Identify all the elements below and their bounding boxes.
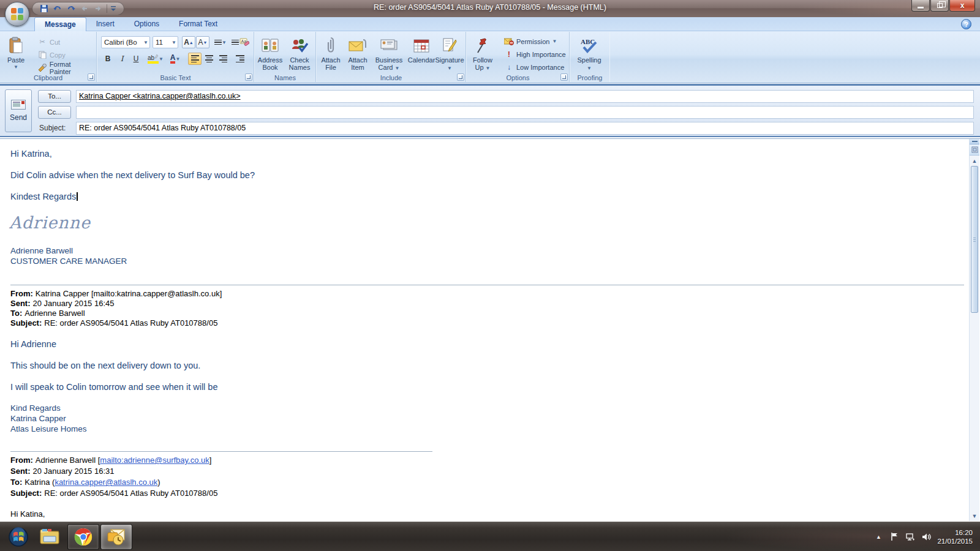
taskbar-explorer-button[interactable] [34, 524, 66, 550]
font-color-icon: A [170, 54, 176, 64]
office-button[interactable] [5, 2, 29, 26]
cc-button[interactable]: Cc... [38, 106, 71, 119]
quote2-header: From:Adrienne Barwell [mailto:adrienne@s… [10, 455, 969, 499]
address-book-button[interactable]: Address Book [256, 34, 284, 72]
include-dialog-launcher[interactable] [457, 73, 464, 81]
paste-button[interactable]: Paste ▼ [2, 34, 29, 72]
shrink-font-button[interactable]: A▼ [196, 36, 209, 48]
format-painter-button[interactable]: Format Painter [34, 61, 96, 74]
to-email-link[interactable]: katrina.capper@atlaslh.co.uk [55, 478, 157, 487]
scroll-up-button[interactable]: ▲ [970, 156, 979, 166]
undo-button[interactable] [51, 3, 64, 14]
vertical-scrollbar[interactable]: ▲ ▼ [969, 139, 979, 521]
to-field[interactable]: Katrina Capper <katrina.capper@atlaslh.c… [76, 90, 974, 103]
quote1-header: From:Katrina Capper [mailto:katrina.capp… [10, 289, 969, 328]
start-button[interactable] [4, 524, 33, 550]
to-button[interactable]: To... [38, 90, 71, 103]
minimize-button[interactable] [911, 0, 930, 12]
options-dialog-launcher[interactable] [560, 73, 568, 81]
body-greeting: Hi Katrina, [10, 149, 969, 159]
business-card-button[interactable]: Business Card ▼ [372, 34, 406, 73]
align-right-button[interactable] [216, 53, 230, 65]
attach-item-icon [349, 36, 367, 54]
action-center-flag-icon[interactable] [889, 532, 899, 541]
office-logo-icon [11, 8, 23, 20]
clipboard-dialog-launcher[interactable] [88, 73, 95, 81]
to-recipient[interactable]: Katrina Capper <katrina.capper@atlaslh.c… [79, 92, 241, 100]
clear-formatting-button[interactable]: Aa [238, 36, 251, 48]
close-button[interactable]: x [949, 0, 975, 12]
redo-button[interactable] [64, 3, 78, 14]
subject-field[interactable]: RE: order AS9054/5041 Atlas Ruby AT01078… [76, 122, 974, 135]
ruler-toggle-button[interactable] [970, 144, 979, 156]
next-item-button[interactable] [91, 3, 105, 14]
decrease-indent-button[interactable] [233, 53, 247, 65]
screen: RE: order AS9054/5041 Atlas Ruby AT01078… [0, 0, 980, 551]
attach-item-button[interactable]: Attach Item [345, 34, 371, 72]
cut-button[interactable]: ✂ Cut [34, 36, 62, 48]
follow-up-button[interactable]: Follow Up ▼ [469, 34, 496, 73]
calendar-icon [413, 36, 429, 54]
scroll-down-button[interactable]: ▼ [970, 511, 979, 521]
quote-divider-1 [10, 285, 964, 285]
bold-button[interactable]: B [101, 53, 115, 65]
customize-qat-button[interactable] [109, 3, 118, 14]
clock-date: 21/01/2015 [937, 537, 973, 545]
send-button[interactable]: Send [5, 89, 32, 132]
cc-field[interactable] [76, 106, 974, 119]
copy-button[interactable]: Copy [34, 48, 68, 61]
restore-button[interactable] [930, 0, 949, 12]
network-icon[interactable] [905, 533, 915, 541]
scrollbar-thumb[interactable] [971, 166, 978, 313]
previous-item-button[interactable] [78, 3, 91, 14]
split-handle[interactable] [970, 139, 979, 144]
underline-button[interactable]: U [129, 53, 143, 65]
check-names-button[interactable]: Check Names [285, 34, 314, 72]
align-left-button[interactable] [188, 53, 202, 65]
quote-divider-2 [10, 451, 432, 452]
basic-text-dialog-launcher[interactable] [245, 73, 252, 81]
align-center-button[interactable] [202, 53, 216, 65]
volume-icon[interactable] [921, 533, 931, 541]
help-button[interactable]: ? [961, 19, 971, 29]
font-size-select[interactable]: 11 ▼ [153, 36, 178, 48]
show-hidden-icons-button[interactable]: ▲ [873, 534, 883, 540]
highlight-color-button[interactable]: ab ▼ [146, 53, 165, 65]
tab-options[interactable]: Options [124, 17, 169, 31]
from-email-link[interactable]: mailto:adrienne@surfbay.co.uk [100, 455, 209, 465]
font-name-select[interactable]: Calibri (Bo ▼ [101, 36, 150, 48]
grow-font-button[interactable]: A▲ [182, 36, 195, 48]
tab-format-text[interactable]: Format Text [169, 17, 227, 31]
subject-label: Subject: [39, 124, 66, 132]
calendar-button[interactable]: Calendar [407, 34, 435, 65]
high-importance-button[interactable]: ! High Importance [501, 48, 568, 61]
body-closing: Kindest Regards [10, 192, 969, 201]
taskbar-outlook-button[interactable] [100, 524, 132, 550]
attach-file-button[interactable]: Attach File [318, 34, 344, 72]
previous-item-icon [81, 6, 88, 12]
taskbar-clock[interactable]: 16:20 21/01/2015 [937, 528, 976, 545]
permission-button[interactable]: Permission ▼ [501, 35, 559, 48]
bullets-button[interactable]: ▼ [213, 36, 228, 48]
signature-button[interactable]: Signature▼ [435, 34, 464, 73]
bullets-icon [214, 40, 222, 45]
quote1-p2: This should be on the next delivery down… [10, 361, 969, 370]
quote1-s2: Katrina Capper [10, 413, 969, 424]
format-painter-icon [37, 64, 48, 72]
ribbon-tab-row: Message Insert Options Format Text ? [0, 17, 980, 31]
outlook-icon [106, 528, 127, 546]
tab-insert[interactable]: Insert [86, 17, 124, 31]
tab-message[interactable]: Message [34, 17, 86, 31]
system-tray: ▲ 16:20 21/01/2015 [873, 522, 976, 551]
message-body[interactable]: Hi Katrina, Did Colin advise when the ne… [0, 138, 980, 522]
taskbar-chrome-button[interactable] [67, 524, 99, 550]
quote2-greeting: Hi Katina, [10, 509, 969, 519]
qat-separator [107, 4, 107, 13]
font-color-button[interactable]: A ▼ [166, 53, 184, 65]
low-importance-button[interactable]: ↓ Low Importance [501, 61, 567, 73]
italic-button[interactable]: I [115, 53, 129, 65]
spelling-button[interactable]: ABC Spelling▼ [574, 34, 605, 73]
save-button[interactable] [37, 3, 51, 14]
group-clipboard: Paste ▼ ✂ Cut Copy Format Painter Clipbo… [0, 32, 97, 82]
group-basic-text: Calibri (Bo ▼ 11 ▼ A▲ A▼ ▼ ▼ Aa B I U [97, 32, 254, 82]
